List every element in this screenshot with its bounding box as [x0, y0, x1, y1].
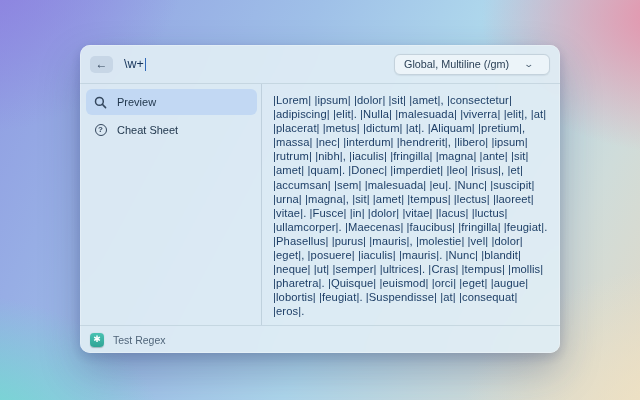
sidebar: Preview ? Cheat Sheet: [80, 84, 261, 325]
regex-pattern-input[interactable]: \w+: [124, 57, 146, 71]
regex-pattern-value: \w+: [124, 57, 144, 71]
text-cursor: [145, 58, 147, 71]
sidebar-item-label: Preview: [117, 96, 156, 108]
app-asterisk-icon: ✱: [90, 333, 104, 347]
sidebar-item-cheat-sheet[interactable]: ? Cheat Sheet: [86, 117, 257, 143]
status-bar: ✱ Test Regex: [80, 325, 560, 353]
question-icon: ?: [94, 124, 107, 137]
sidebar-item-label: Cheat Sheet: [117, 124, 178, 136]
chevron-down-icon: ⌄: [524, 59, 535, 69]
magnifier-icon: [94, 96, 107, 109]
toolbar: ← \w+ Global, Multiline (/gm) ⌄: [80, 45, 560, 84]
flags-selected-value: Global, Multiline (/gm): [404, 58, 509, 70]
flags-dropdown[interactable]: Global, Multiline (/gm) ⌄: [394, 54, 550, 75]
preview-text[interactable]: |Lorem| |ipsum| |dolor| |sit| |amet|, |c…: [262, 84, 560, 325]
app-name-label: Test Regex: [113, 334, 166, 346]
sidebar-item-preview[interactable]: Preview: [86, 89, 257, 115]
regex-tester-window: ← \w+ Global, Multiline (/gm) ⌄ Preview: [80, 45, 560, 353]
back-arrow-icon: ←: [96, 58, 108, 70]
main-area: Preview ? Cheat Sheet |Lorem| |ipsum| |d…: [80, 84, 560, 325]
back-button[interactable]: ←: [90, 56, 113, 73]
